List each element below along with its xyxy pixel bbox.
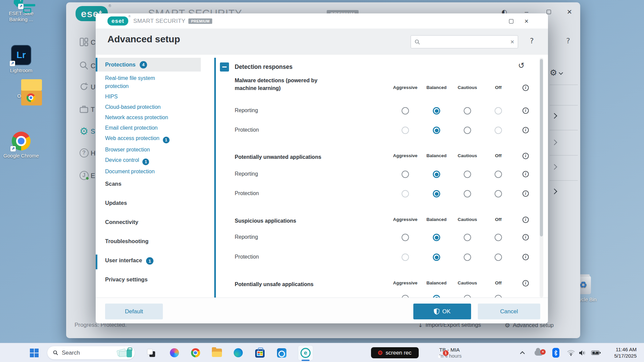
news-widget[interactable]: 1 TB - MIA In 4 hours bbox=[436, 343, 462, 362]
scrollbar-thumb[interactable] bbox=[540, 59, 543, 236]
info-icon[interactable] bbox=[522, 234, 529, 240]
desktop-icon-old-folder[interactable]: Old bbox=[1, 91, 41, 99]
radio-balanced[interactable] bbox=[433, 107, 440, 115]
chevron-right-icon[interactable] bbox=[552, 140, 557, 145]
radio-cautious[interactable] bbox=[464, 107, 471, 115]
file-explorer-button[interactable] bbox=[210, 343, 224, 362]
task-view-button[interactable] bbox=[144, 343, 158, 362]
settings-dropdown[interactable]: ⚙ bbox=[550, 68, 562, 78]
radio-cautious[interactable] bbox=[464, 295, 471, 298]
ok-button[interactable]: OK bbox=[413, 304, 471, 319]
radio-off[interactable] bbox=[495, 254, 502, 261]
nav-setup-icon[interactable]: ⚙ bbox=[78, 125, 90, 137]
info-icon[interactable] bbox=[522, 171, 529, 177]
taskbar-clock[interactable]: 11:46 AM 5/17/2025 bbox=[614, 346, 637, 359]
radio-balanced[interactable] bbox=[433, 171, 440, 178]
nav-update-icon[interactable] bbox=[78, 81, 90, 92]
battery-tray-icon[interactable]: ⚡ bbox=[588, 343, 602, 362]
radio-off[interactable] bbox=[495, 107, 502, 115]
radio-cautious[interactable] bbox=[464, 171, 471, 178]
nav-computer-scan-icon[interactable] bbox=[78, 60, 90, 71]
radio-balanced[interactable] bbox=[433, 127, 440, 134]
radio-balanced[interactable] bbox=[433, 190, 440, 197]
radio-aggressive[interactable] bbox=[402, 127, 409, 134]
radio-cautious[interactable] bbox=[464, 254, 471, 261]
bluetooth-tray-icon[interactable] bbox=[550, 343, 561, 362]
sidebar-item-protections[interactable]: Protections4 bbox=[96, 58, 201, 72]
search-input[interactable] bbox=[423, 39, 507, 45]
info-icon[interactable] bbox=[522, 280, 529, 286]
eset-taskbar-button[interactable]: e bbox=[298, 343, 313, 362]
close-button[interactable]: ✕ bbox=[521, 17, 532, 26]
default-button[interactable]: Default bbox=[105, 304, 163, 319]
nav-tools-icon[interactable] bbox=[78, 103, 90, 115]
volume-tray-icon[interactable] bbox=[576, 343, 588, 362]
sidebar-item-updates[interactable]: Updates bbox=[96, 200, 196, 219]
radio-cautious[interactable] bbox=[464, 190, 471, 197]
nav-help-icon[interactable]: ? bbox=[78, 147, 90, 159]
chevron-right-icon[interactable] bbox=[552, 189, 557, 194]
scrollbar[interactable] bbox=[540, 58, 543, 298]
outlook-button[interactable] bbox=[274, 343, 289, 362]
edge-button[interactable] bbox=[231, 343, 245, 362]
microsoft-store-button[interactable] bbox=[252, 343, 267, 362]
reset-to-default-icon[interactable]: ↺ bbox=[518, 61, 524, 70]
info-icon[interactable] bbox=[522, 127, 529, 133]
info-icon[interactable] bbox=[522, 217, 529, 223]
radio-aggressive[interactable] bbox=[402, 190, 409, 197]
sidebar-item-document-protection[interactable]: Document protection bbox=[96, 167, 180, 177]
collapse-section-icon[interactable] bbox=[220, 62, 229, 72]
sidebar-item-scans[interactable]: Scans bbox=[96, 181, 196, 200]
sidebar-item-hips[interactable]: HIPS bbox=[96, 92, 180, 102]
radio-off[interactable] bbox=[495, 171, 502, 178]
help-icon[interactable]: ? bbox=[562, 35, 574, 46]
chevron-right-icon[interactable] bbox=[552, 113, 557, 119]
desktop-icon-google-chrome[interactable]: ↗ Google Chrome bbox=[1, 132, 41, 159]
nav-overview-icon[interactable] bbox=[78, 36, 90, 48]
nav-account-avatar[interactable]: J bbox=[78, 170, 90, 181]
desktop-icon-eset-safe-banking[interactable]: e ↗ ESET Safe Banking ... bbox=[1, 2, 41, 22]
sidebar-item-real-time-file-system-protection[interactable]: Real-time file system protection bbox=[96, 73, 180, 92]
desktop-icon-lightroom[interactable]: Lr ↗ Lightroom bbox=[1, 45, 41, 74]
tray-show-hidden-icons[interactable] bbox=[518, 343, 528, 362]
close-button[interactable]: ✕ bbox=[564, 6, 575, 17]
radio-aggressive[interactable] bbox=[402, 254, 409, 261]
info-icon[interactable] bbox=[522, 153, 529, 159]
info-icon[interactable] bbox=[522, 107, 529, 114]
clear-search-icon[interactable]: ✕ bbox=[510, 39, 514, 45]
sidebar-item-web-access-protection[interactable]: Web access protection1 bbox=[96, 133, 180, 145]
cancel-button[interactable]: Cancel bbox=[478, 304, 540, 319]
screenrec-widget[interactable]: screen rec bbox=[371, 347, 419, 358]
copilot-button[interactable] bbox=[167, 343, 182, 362]
info-icon[interactable] bbox=[522, 254, 529, 260]
start-button[interactable] bbox=[26, 343, 42, 362]
info-icon[interactable] bbox=[522, 85, 529, 91]
radio-off[interactable] bbox=[495, 190, 502, 197]
sidebar-item-email-client-protection[interactable]: Email client protection bbox=[96, 123, 180, 133]
sidebar-item-cloud-based-protection[interactable]: Cloud-based protection bbox=[96, 102, 180, 112]
radio-balanced[interactable] bbox=[433, 254, 440, 261]
info-icon[interactable] bbox=[522, 190, 529, 197]
sidebar-item-network-access-protection[interactable]: Network access protection bbox=[96, 112, 180, 123]
radio-aggressive[interactable] bbox=[402, 234, 409, 241]
sidebar-item-privacy-settings[interactable]: Privacy settings bbox=[96, 276, 196, 296]
sidebar-item-troubleshooting[interactable]: Troubleshooting bbox=[96, 238, 196, 257]
radio-aggressive[interactable] bbox=[402, 171, 409, 178]
help-icon[interactable]: ? bbox=[530, 37, 534, 45]
sidebar-item-browser-protection[interactable]: Browser protection bbox=[96, 145, 180, 155]
sidebar-item-user-interface[interactable]: User interface1 bbox=[96, 257, 196, 276]
radio-aggressive[interactable] bbox=[402, 107, 409, 115]
radio-off[interactable] bbox=[495, 234, 502, 241]
radio-cautious[interactable] bbox=[464, 234, 471, 241]
chrome-button[interactable] bbox=[188, 343, 203, 362]
radio-off[interactable] bbox=[495, 127, 502, 134]
radio-aggressive[interactable] bbox=[402, 295, 409, 298]
chevron-right-icon[interactable] bbox=[552, 164, 557, 170]
sidebar-item-device-control[interactable]: Device control1 bbox=[96, 155, 180, 167]
maximize-button[interactable] bbox=[506, 17, 516, 26]
search-box[interactable]: ✕ bbox=[411, 35, 518, 48]
wifi-tray-icon[interactable] bbox=[565, 343, 577, 362]
radio-off[interactable] bbox=[495, 295, 502, 298]
radio-balanced[interactable] bbox=[433, 295, 440, 298]
radio-balanced[interactable] bbox=[433, 234, 440, 241]
